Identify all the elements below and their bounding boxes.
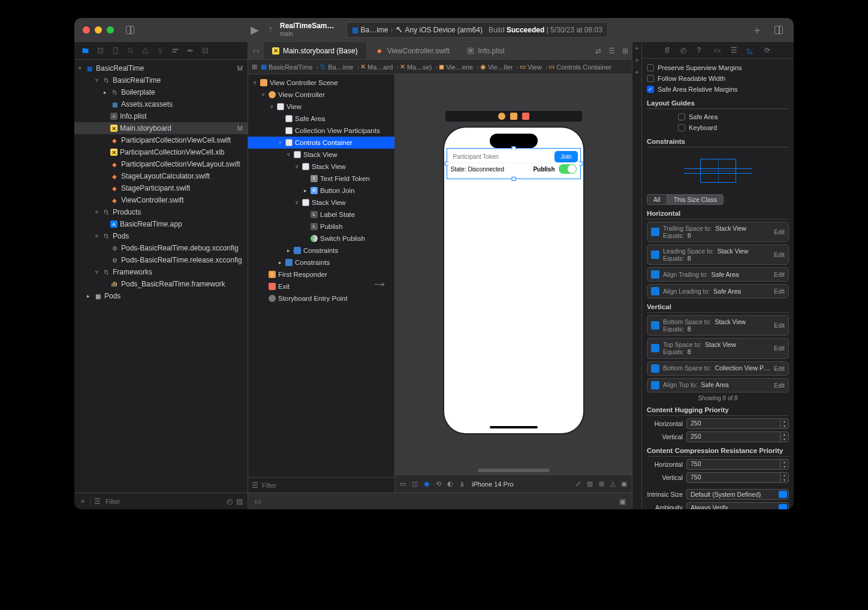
outline-row[interactable]: L Label State — [248, 209, 394, 221]
device-label[interactable]: iPhone 14 Pro — [472, 481, 514, 488]
tree-row[interactable]: ≡ Info.plist — [74, 110, 248, 122]
scene-dock[interactable] — [445, 111, 582, 122]
test-navigator-icon[interactable] — [156, 47, 164, 55]
outline-row[interactable]: ▿ Stack View — [248, 161, 394, 173]
constraint-row[interactable]: Top Space to: Stack View Equals: 8 Edit — [647, 338, 789, 358]
outline-row[interactable]: ▸B Button Join — [248, 185, 394, 197]
tree-row[interactable]: ▦ Assets.xcassets — [74, 98, 248, 110]
minimize-icon[interactable] — [95, 26, 102, 34]
embed-icon[interactable]: ▣ — [621, 480, 627, 488]
runtime-icon[interactable]: ◉ — [424, 480, 430, 488]
tree-row[interactable]: ▸ ▦ Pods — [74, 290, 248, 302]
assistant-icon[interactable]: ◫ — [412, 480, 418, 488]
canvas-surface[interactable]: → — [395, 74, 632, 475]
scm-filter-icon[interactable]: ▤ — [236, 497, 243, 506]
tree-row[interactable]: ▿ 📁︎ BasicRealTime — [74, 74, 248, 86]
navigator-filter-input[interactable] — [104, 497, 223, 506]
jump-segment[interactable]: ◉ Vie…ller — [480, 63, 519, 71]
tab[interactable]: ✕Main.storyboard (Base) — [264, 42, 367, 59]
tree-row[interactable]: ✕ Main.storyboard M — [74, 122, 248, 134]
outline-row[interactable]: ▿ Stack View — [248, 197, 394, 209]
jump-segment[interactable]: ◼ Vie…ene — [439, 63, 479, 71]
join-button[interactable]: Join — [554, 151, 577, 162]
back-button[interactable]: ‹ — [253, 47, 255, 55]
tree-row[interactable]: A BasicRealTime.app — [74, 218, 248, 230]
history-inspector-icon[interactable]: ◴ — [680, 46, 689, 55]
constraint-row[interactable]: Align Top to: Safe Area Edit — [647, 378, 789, 392]
outline-row[interactable]: ▿ Stack View — [248, 149, 394, 161]
preserve-margins-checkbox[interactable] — [647, 64, 654, 71]
tree-row[interactable]: ▿ 📁︎ Products — [74, 206, 248, 218]
jump-segment[interactable]: ▭ Controls Container — [548, 63, 611, 71]
help-inspector-icon[interactable]: ? — [697, 46, 706, 55]
constraint-row[interactable]: Trailing Space to: Stack View Equals: 8 … — [647, 222, 789, 242]
outline-filter-input[interactable] — [261, 481, 391, 490]
add-editor-icon[interactable]: ⊞ — [619, 47, 632, 55]
run-button[interactable]: ▶︎ — [251, 23, 259, 37]
outline-row[interactable]: ▿ View Controller — [248, 89, 394, 101]
add-constraint-icon[interactable]: + — [635, 68, 639, 77]
zoom-icon[interactable] — [107, 26, 114, 34]
tree-row[interactable]: ◆ ParticipantCollectionViewLayout.swift — [74, 158, 248, 170]
keyboard-guide-checkbox[interactable] — [678, 124, 685, 131]
pin-icon[interactable]: ⊞ — [599, 480, 604, 488]
find-navigator-icon[interactable] — [126, 47, 134, 55]
outline-row[interactable]: Storyboard Entry Point — [248, 292, 394, 304]
tab[interactable]: ◆ViewController.swift — [367, 42, 459, 59]
edit-constraint-button[interactable]: Edit — [774, 365, 785, 372]
forward-button[interactable]: › — [257, 47, 259, 55]
edit-constraint-button[interactable]: Edit — [774, 322, 785, 329]
tree-row[interactable]: ▿ 📁︎ Pods — [74, 230, 248, 242]
jump-segment[interactable]: ▭ View — [520, 63, 547, 71]
jump-segment[interactable]: ✕ Ma…se) — [400, 63, 438, 71]
outline-row[interactable]: ▸ Constraints — [248, 256, 394, 268]
readable-width-checkbox[interactable] — [647, 75, 654, 82]
jump-segment[interactable]: ▦ BasicRealTime — [261, 63, 318, 71]
connections-inspector-icon[interactable]: ⟳ — [764, 46, 773, 55]
tree-root[interactable]: ▿ ▦ BasicRealTime M — [74, 62, 248, 74]
outline-row[interactable]: ▿ View Controller Scene — [248, 77, 394, 89]
constraint-row[interactable]: Bottom Space to: Stack View Equals: 8 Ed… — [647, 315, 789, 336]
outline-toggle-icon[interactable]: ▭ — [400, 480, 406, 488]
tab[interactable]: ≡Info.plist — [459, 42, 514, 59]
selected-view-controls-container[interactable]: Join State: Disconnected Publish — [447, 148, 581, 179]
zoom-icon[interactable]: ⤢ — [575, 480, 581, 488]
add-button[interactable]: ＋ — [752, 23, 762, 37]
ambiguity-select[interactable]: Always Verify — [686, 502, 789, 510]
outline-row[interactable]: L Publish — [248, 221, 394, 232]
jump-segment[interactable]: ✕ Ma…ard — [360, 63, 399, 71]
add-constraint-icon[interactable]: + — [635, 44, 639, 53]
constraint-row[interactable]: Align Leading to: Safe Area Edit — [647, 284, 789, 298]
jump-grid-icon[interactable]: ⊞ — [252, 63, 257, 71]
close-icon[interactable] — [83, 26, 90, 34]
token-textfield[interactable] — [450, 151, 553, 162]
ccrp-vertical-field[interactable]: 750▴▾ — [686, 472, 789, 483]
add-target-button[interactable]: ＋ — [79, 496, 86, 506]
constraints-visualization[interactable] — [647, 150, 789, 192]
tree-row[interactable]: ⚙︎ Pods-BasicRealTime.release.xcconfig — [74, 254, 248, 266]
intrinsic-size-select[interactable]: Default (System Defined) — [686, 489, 789, 500]
outline-row[interactable]: T Text Field Token — [248, 173, 394, 185]
console-toggle-icon[interactable]: ▣ — [619, 497, 626, 506]
outline-row[interactable]: ▿ View — [248, 101, 394, 113]
tab-all[interactable]: All — [647, 194, 667, 205]
outline-row[interactable]: Collection View Participants — [248, 125, 394, 137]
tab-this-size-class[interactable]: This Size Class — [667, 194, 724, 205]
source-control-navigator-icon[interactable] — [97, 47, 104, 55]
clock-icon[interactable]: ◴ — [227, 497, 233, 506]
horizontal-scrollbar[interactable] — [478, 469, 550, 472]
jump-segment[interactable]: 📁︎ Ba…ime — [320, 64, 359, 71]
scheme-destination-pill[interactable]: ▦ Ba…ime › 🔨︎ Any iOS Device (arm64) Bui… — [346, 22, 608, 38]
project-navigator-icon[interactable] — [82, 47, 89, 55]
edit-constraint-button[interactable]: Edit — [774, 271, 785, 278]
tree-row[interactable]: 🧰︎ Pods_BasicRealTime.framework — [74, 278, 248, 290]
outline-row[interactable]: Switch Publish — [248, 232, 394, 244]
tree-row[interactable]: ✕ ParticipantCollectionViewCell.xib — [74, 146, 248, 158]
vc-dock-icon[interactable] — [498, 113, 505, 120]
constraint-row[interactable]: Leading Space to: Stack View Equals: 8 E… — [647, 244, 789, 265]
adjust-editor-icon[interactable]: ☰ — [605, 47, 619, 55]
tree-row[interactable]: ◆ StageParticipant.swift — [74, 182, 248, 194]
outline-row[interactable]: Safe Area — [248, 113, 394, 125]
inspector-body[interactable]: Preserve Superview Margins Follow Readab… — [642, 59, 794, 509]
inspector-toggle-icon[interactable] — [774, 26, 783, 34]
